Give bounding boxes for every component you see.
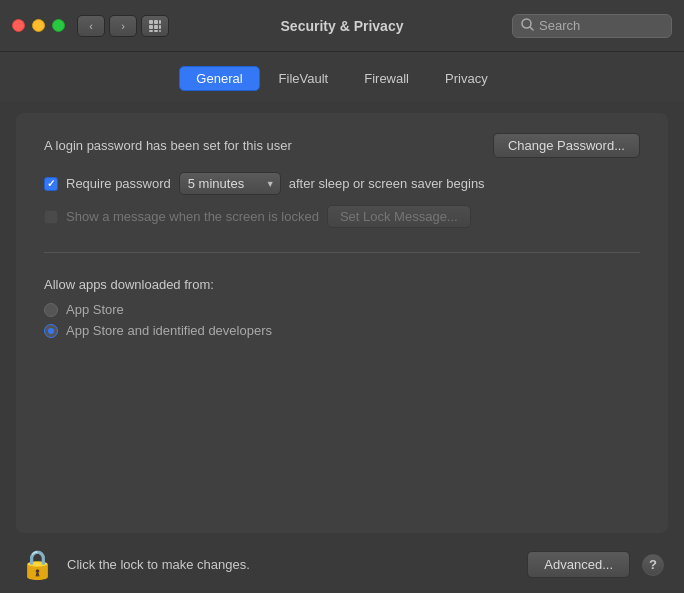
allow-apps-label: Allow apps downloaded from: — [44, 277, 640, 292]
svg-rect-6 — [149, 30, 153, 32]
window-title: Security & Privacy — [281, 18, 404, 34]
svg-rect-7 — [154, 30, 158, 32]
change-password-button[interactable]: Change Password... — [493, 133, 640, 158]
svg-rect-5 — [159, 25, 161, 29]
title-bar: ‹ › Security & Privacy — [0, 0, 684, 52]
password-info-label: A login password has been set for this u… — [44, 138, 292, 153]
password-time-dropdown[interactable]: immediately 5 seconds 1 minute 5 minutes… — [179, 172, 281, 195]
tab-firewall[interactable]: Firewall — [347, 66, 426, 91]
main-panel: A login password has been set for this u… — [16, 113, 668, 533]
checkmark-icon: ✓ — [47, 178, 55, 189]
app-store-developers-radio[interactable] — [44, 324, 58, 338]
search-input[interactable] — [539, 18, 663, 33]
svg-rect-8 — [159, 30, 161, 32]
section-divider — [44, 252, 640, 253]
minimize-button[interactable] — [32, 19, 45, 32]
grid-button[interactable] — [141, 15, 169, 37]
show-message-label: Show a message when the screen is locked — [66, 209, 319, 224]
app-store-label: App Store — [66, 302, 124, 317]
app-store-radio[interactable] — [44, 303, 58, 317]
tab-privacy[interactable]: Privacy — [428, 66, 505, 91]
password-info-row: A login password has been set for this u… — [44, 133, 640, 158]
help-button[interactable]: ? — [642, 554, 664, 576]
app-store-developers-radio-row: App Store and identified developers — [44, 323, 640, 338]
tabs-bar: General FileVault Firewall Privacy — [0, 52, 684, 101]
advanced-button[interactable]: Advanced... — [527, 551, 630, 578]
svg-rect-1 — [154, 20, 158, 24]
tab-general[interactable]: General — [179, 66, 259, 91]
app-store-developers-label: App Store and identified developers — [66, 323, 272, 338]
search-icon — [521, 18, 534, 34]
password-time-dropdown-wrapper[interactable]: immediately 5 seconds 1 minute 5 minutes… — [179, 172, 281, 195]
svg-rect-4 — [154, 25, 158, 29]
show-message-checkbox[interactable] — [44, 210, 58, 224]
back-button[interactable]: ‹ — [77, 15, 105, 37]
svg-rect-0 — [149, 20, 153, 24]
forward-button[interactable]: › — [109, 15, 137, 37]
require-password-label: Require password — [66, 176, 171, 191]
close-button[interactable] — [12, 19, 25, 32]
traffic-lights — [12, 19, 65, 32]
app-store-radio-row: App Store — [44, 302, 640, 317]
require-password-checkbox[interactable]: ✓ — [44, 177, 58, 191]
set-lock-message-button[interactable]: Set Lock Message... — [327, 205, 471, 228]
maximize-button[interactable] — [52, 19, 65, 32]
svg-line-10 — [530, 27, 533, 30]
lock-label: Click the lock to make changes. — [67, 557, 515, 572]
nav-buttons: ‹ › — [77, 15, 137, 37]
require-password-row: ✓ Require password immediately 5 seconds… — [44, 172, 640, 195]
after-sleep-label: after sleep or screen saver begins — [289, 176, 485, 191]
search-bar[interactable] — [512, 14, 672, 38]
allow-apps-section: Allow apps downloaded from: App Store Ap… — [44, 277, 640, 338]
svg-rect-3 — [149, 25, 153, 29]
lock-message-row: Show a message when the screen is locked… — [44, 205, 640, 228]
tab-filevault[interactable]: FileVault — [262, 66, 346, 91]
lock-icon[interactable]: 🔒 — [20, 548, 55, 581]
bottom-bar: 🔒 Click the lock to make changes. Advanc… — [0, 536, 684, 593]
svg-rect-2 — [159, 20, 161, 24]
